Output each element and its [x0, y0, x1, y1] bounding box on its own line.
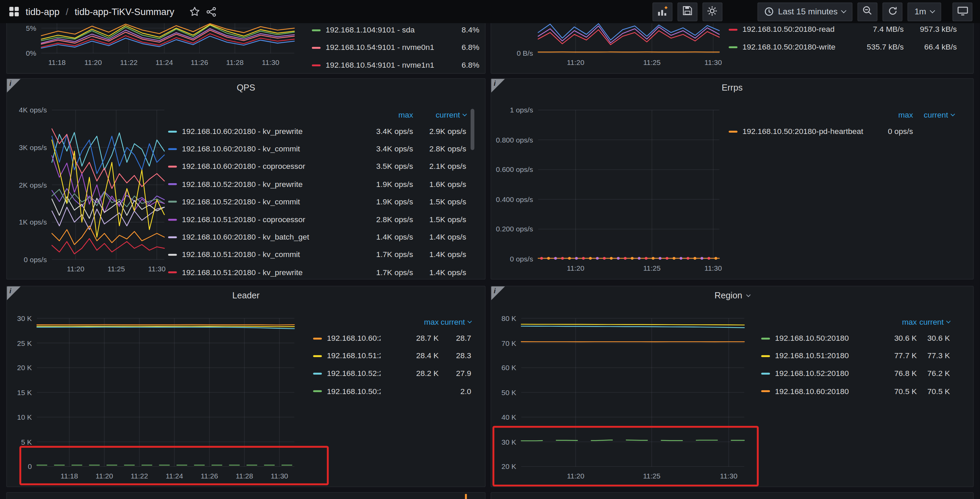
series-max-value: 3.4K ops/s: [360, 145, 413, 153]
legend-row: 192.168.10.51:2018077.7 K77.3 K: [761, 347, 950, 365]
series-name[interactable]: 192.168.10.51:20180 - kv_prewrite: [182, 268, 360, 277]
series-name[interactable]: 192.168.10.54:9101 - nvme0n1: [326, 43, 442, 52]
x-axis-tick-label: 11:25: [108, 265, 125, 273]
series-name[interactable]: 192.168.10.60:20180: [775, 387, 858, 396]
monitor-icon: [957, 6, 968, 17]
legend-header-max[interactable]: max: [380, 317, 439, 327]
series-color-swatch: [761, 355, 770, 357]
panel-title[interactable]: Errps: [491, 83, 973, 92]
series-name[interactable]: 192.168.10.60:20180 - kv_commit: [182, 145, 360, 153]
legend-scrollbar[interactable]: [471, 109, 474, 150]
series-color-swatch: [168, 254, 177, 256]
nav-toolbar: Last 15 minutes 1m: [652, 2, 972, 21]
legend-row: 192.168.1.104:9101 - sda8.4%: [312, 21, 479, 39]
add-panel-button[interactable]: [652, 2, 673, 21]
x-axis-tick-label: 11:20: [567, 265, 584, 272]
series-name[interactable]: 192.168.10.50:20180: [327, 387, 380, 396]
series-max-value: 1.7K ops/s: [360, 250, 413, 260]
legend-row: 192.168.10.52:20180 - kv_commit1.9K ops/…: [168, 193, 466, 211]
panel-title[interactable]: QPS: [7, 83, 485, 92]
add-panel-icon: [657, 5, 668, 18]
series-color-swatch: [313, 390, 322, 392]
x-axis-tick-label: 11:30: [720, 472, 738, 480]
dashboard-title[interactable]: tidb-app-TiKV-Summary: [75, 6, 174, 17]
refresh-button[interactable]: [883, 2, 903, 21]
series-name[interactable]: 192.168.10.52:20180 - kv_commit: [182, 198, 360, 206]
legend-header-current[interactable]: current: [413, 111, 466, 120]
panel-region: i Region 80 K70 K60 K50 K40 K30 K20 K11:…: [490, 286, 974, 487]
legend-header-current[interactable]: current: [439, 317, 471, 327]
series-name[interactable]: 192.168.10.60:20180 - coprocessor: [182, 163, 360, 171]
legend-row: 192.168.10.54:9101 - nvme1n16.8%: [312, 56, 479, 74]
series-name[interactable]: 192.168.10.54:9101 - nvme1n1: [326, 61, 442, 70]
y-axis-tick-label: 1K ops/s: [19, 218, 47, 226]
panel-info-icon[interactable]: i: [7, 286, 21, 300]
time-range-picker[interactable]: Last 15 minutes: [757, 2, 853, 21]
errps-legend: maxcurrent192.168.10.50:20180-pd-heartbe…: [729, 108, 954, 140]
series-color-swatch: [312, 64, 321, 66]
sort-caret-icon: [467, 319, 472, 323]
series-name[interactable]: 192.168.10.50:20180-read: [743, 25, 851, 34]
x-axis-tick-label: 11:18: [48, 59, 65, 66]
series-max-value: 76.8 K: [858, 369, 917, 378]
legend-header-current[interactable]: current: [917, 317, 950, 327]
y-axis-tick-label: 50 K: [501, 389, 516, 396]
series-name[interactable]: 192.168.10.50:20180-write: [743, 43, 851, 52]
y-axis-tick-label: 20 K: [17, 364, 32, 371]
legend-header-max[interactable]: max: [360, 111, 413, 120]
panel-title[interactable]: Region: [491, 290, 973, 300]
io-throughput-legend: 192.168.10.50:20180-read7.4 MB/s957.3 kB…: [729, 21, 957, 56]
legend-header-current[interactable]: current: [913, 111, 955, 120]
legend-row: 192.168.10.60:20180 - coprocessor3.5K op…: [168, 158, 466, 176]
panel-title[interactable]: Leader: [7, 290, 485, 300]
series-name[interactable]: 192.168.10.52:20180 - kv_prewrite: [182, 180, 360, 189]
series-marker: [465, 494, 466, 499]
series-current-value: 2.8K ops/s: [413, 145, 466, 153]
breadcrumb-app[interactable]: tidb-app: [25, 6, 59, 17]
errps-chart[interactable]: 1 ops/s0.800 ops/s0.600 ops/s0.400 ops/s…: [538, 110, 719, 259]
series-name[interactable]: 192.168.10.60:20180 - kv_prewrite: [182, 127, 360, 136]
series-name[interactable]: 192.168.10.52:20180: [775, 369, 858, 378]
y-axis-tick-label: 0 B/s: [517, 49, 533, 57]
panel-info-icon[interactable]: i: [491, 79, 505, 92]
series-name[interactable]: 192.168.10.52:20180: [327, 369, 380, 378]
legend-row: 192.168.10.50:201802.0: [313, 383, 471, 400]
x-axis-tick-label: 11:22: [130, 472, 148, 480]
legend-row: 192.168.10.54:9101 - nvme0n16.8%: [312, 39, 479, 57]
panel-info-icon[interactable]: i: [491, 286, 505, 300]
cycle-view-button[interactable]: [952, 2, 972, 21]
region-chart[interactable]: 80 K70 K60 K50 K40 K30 K20 K11:2011:2511…: [521, 318, 744, 467]
qps-chart[interactable]: 4K ops/s3K ops/s2K ops/s1K ops/s0 ops/s1…: [52, 110, 164, 260]
dashboard-settings-button[interactable]: [702, 2, 722, 21]
series-name[interactable]: 192.168.10.51:20180: [327, 352, 380, 360]
series-name[interactable]: 192.168.10.50:20180: [775, 334, 858, 343]
series-name[interactable]: 192.168.10.50:20180-pd-heartbeat: [743, 127, 865, 136]
legend-row: 192.168.10.50:2018030.6 K30.6 K: [761, 330, 950, 347]
series-color-swatch: [168, 236, 177, 238]
io-throughput-chart[interactable]: 0 B/s11:2011:2511:30: [538, 23, 719, 53]
series-color-swatch: [168, 166, 177, 167]
series-name[interactable]: 192.168.10.51:20180 - coprocessor: [182, 215, 360, 224]
series-name[interactable]: 192.168.1.104:9101 - sda: [326, 26, 442, 35]
refresh-interval-dropdown[interactable]: 1m: [908, 2, 941, 21]
y-axis-tick-label: 3K ops/s: [19, 143, 47, 151]
legend-row: 192.168.10.60:2018070.5 K70.5 K: [761, 383, 950, 400]
gear-icon: [707, 5, 718, 18]
apps-grid-icon[interactable]: [9, 6, 19, 17]
zoom-out-time-button[interactable]: [858, 2, 878, 21]
disk-performance-chart[interactable]: 5%0%11:1811:2011:2211:2411:2611:2811:30: [41, 23, 294, 53]
legend-header-max[interactable]: max: [858, 317, 917, 327]
leader-chart[interactable]: 30 K25 K20 K15 K10 K5 K011:1811:2011:221…: [37, 318, 294, 467]
series-name[interactable]: 192.168.10.51:20180 - kv_commit: [182, 250, 360, 260]
legend-header-max[interactable]: max: [865, 111, 913, 120]
series-name[interactable]: 192.168.10.60:20180: [327, 334, 380, 343]
panel-info-icon[interactable]: i: [7, 79, 21, 92]
series-max-value: 7.4 MB/s: [851, 25, 904, 34]
series-current-value: 66.4 kB/s: [904, 43, 957, 52]
series-name[interactable]: 192.168.10.60:20180 - kv_batch_get: [182, 233, 360, 242]
legend-row: 192.168.10.52:2018028.2 K27.9: [313, 365, 471, 383]
star-icon[interactable]: [189, 6, 200, 17]
series-name[interactable]: 192.168.10.51:20180: [775, 352, 858, 360]
save-dashboard-button[interactable]: [677, 2, 697, 21]
share-icon[interactable]: [206, 6, 216, 16]
